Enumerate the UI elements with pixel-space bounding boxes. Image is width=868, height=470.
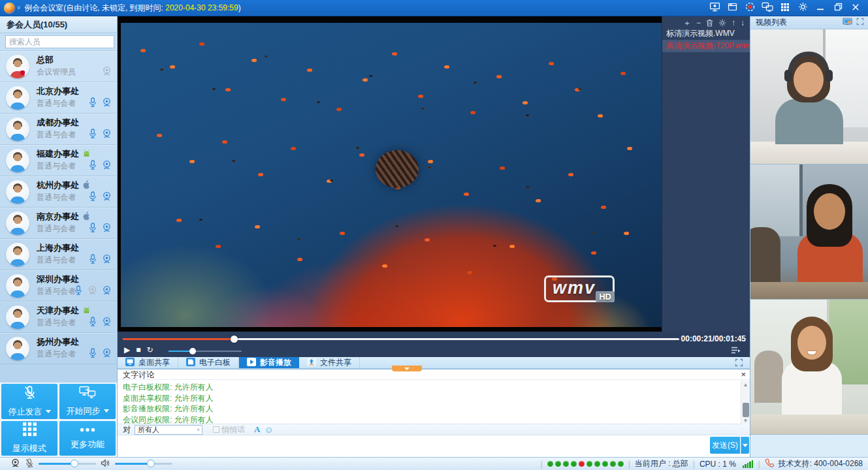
scrollbar-thumb[interactable] — [743, 403, 749, 417]
video-thumbnail-1[interactable] — [750, 29, 868, 164]
webcam-icon[interactable] — [102, 129, 112, 141]
playlist-item[interactable]: 高清演示视频-720P.wmv 删除 — [662, 40, 750, 52]
mic-icon[interactable] — [88, 129, 97, 141]
participant-row[interactable]: 成都办事处 普通与会者 — [0, 114, 117, 145]
window-button[interactable] — [726, 3, 738, 13]
webcam-icon[interactable] — [102, 97, 112, 110]
settings-button[interactable] — [797, 3, 809, 13]
move-up-icon[interactable]: ↑ — [731, 19, 735, 27]
tab-3[interactable]: 文件共享 — [299, 357, 360, 368]
volume-handle[interactable] — [189, 348, 196, 354]
whiteboard-icon — [186, 358, 195, 368]
replay-button[interactable]: ↻ — [146, 345, 153, 354]
video-thumbnail-2[interactable] — [750, 164, 868, 300]
keypad-button[interactable] — [779, 3, 791, 13]
webcam-off-icon[interactable] — [102, 66, 112, 78]
emoji-button[interactable]: ☺ — [264, 425, 273, 434]
move-down-icon[interactable]: ↓ — [741, 19, 745, 27]
tab-1[interactable]: 电子白板 — [178, 357, 239, 368]
webcam-icon[interactable] — [102, 285, 112, 298]
mic-icon[interactable] — [88, 97, 97, 110]
webcam-icon[interactable] — [102, 191, 112, 204]
tab-0[interactable]: 桌面共享 — [118, 357, 178, 368]
status-dot-green — [594, 461, 600, 467]
apple-icon — [82, 211, 91, 223]
record-button[interactable] — [744, 3, 756, 13]
gear-icon[interactable] — [718, 19, 726, 27]
tab-label: 文件共享 — [320, 357, 351, 368]
mic-icon[interactable] — [88, 317, 97, 329]
webcam-icon[interactable] — [102, 348, 112, 360]
participant-row[interactable]: 天津办事处 普通与会者 — [0, 302, 117, 333]
screen-share-button[interactable] — [709, 3, 720, 13]
mic-icon[interactable] — [88, 254, 97, 266]
webcam-icon[interactable] — [102, 160, 112, 172]
mic-volume-handle[interactable] — [71, 460, 78, 467]
action-button-0[interactable]: 停止发言 — [1, 384, 57, 419]
checkbox-icon[interactable] — [213, 426, 219, 433]
mic-icon[interactable] — [88, 191, 97, 204]
volume-slider[interactable] — [169, 351, 242, 352]
tab-2[interactable]: 影音播放 — [239, 357, 299, 368]
speaker-volume-handle[interactable] — [147, 460, 155, 467]
send-button[interactable]: 发送(S) — [710, 437, 740, 454]
progress-bar[interactable] — [123, 338, 679, 340]
logo-chevron-down-icon[interactable]: ˅ — [17, 5, 20, 11]
network-button[interactable] — [762, 3, 773, 13]
participant-row[interactable]: 总部 会议管理员 — [0, 51, 117, 82]
collapse-chat-handle[interactable] — [392, 366, 422, 371]
participant-row[interactable]: 福建办事处 普通与会者 — [0, 145, 117, 176]
mic-icon[interactable] — [88, 348, 97, 360]
mic-muted-icon[interactable] — [25, 458, 34, 470]
participant-row[interactable]: 南京办事处 普通与会者 — [0, 208, 117, 239]
speaker-icon[interactable] — [101, 459, 110, 469]
mic-icon[interactable] — [74, 285, 83, 298]
participant-row[interactable]: 深圳办事处 普通与会者 — [0, 270, 117, 302]
mic-volume-slider[interactable] — [39, 463, 96, 465]
recipient-select[interactable]: 所有人 ˅ — [135, 425, 202, 435]
minimize-button[interactable] — [814, 3, 826, 13]
playlist-item[interactable]: 标清演示视频.WMV — [662, 27, 750, 40]
playlist-remove-icon[interactable]: − — [696, 19, 701, 27]
whisper-checkbox[interactable]: 悄悄话 — [213, 424, 245, 435]
current-user-label: 当前用户 : 总部 — [635, 458, 688, 469]
search-input[interactable] — [5, 35, 114, 48]
webcam-icon[interactable] — [102, 317, 112, 329]
mic-icon[interactable] — [88, 223, 97, 235]
action-button-2[interactable]: 显示模式 — [1, 421, 57, 456]
progress-handle[interactable] — [231, 336, 238, 343]
webcam-icon[interactable] — [102, 254, 112, 266]
playlist-add-icon[interactable]: ＋ — [683, 19, 691, 27]
participant-row[interactable]: 北京办事处 普通与会者 — [0, 82, 117, 114]
font-button[interactable]: A — [254, 424, 260, 435]
scroll-down-icon[interactable]: ▼ — [741, 416, 750, 424]
chat-input-area[interactable]: 发送(S) — [118, 435, 750, 456]
action-button-3[interactable]: 更多功能 — [59, 421, 116, 456]
participant-row[interactable]: 杭州办事处 普通与会者 — [0, 176, 117, 208]
titlebar: ˅ 例会会议室(自由讨论, 未锁定, 到期时间: 2020-04-30 23:5… — [0, 0, 868, 16]
trash-icon[interactable] — [706, 19, 713, 27]
maximize-button[interactable] — [832, 3, 844, 13]
chat-scrollbar[interactable]: ▲ ▼ — [741, 381, 750, 424]
play-button[interactable]: ▶ — [124, 345, 130, 354]
close-icon[interactable]: × — [741, 371, 746, 379]
webcam-off-icon[interactable] — [88, 285, 97, 298]
fullscreen-icon[interactable] — [735, 358, 743, 367]
send-options-button[interactable] — [741, 437, 749, 454]
participant-row[interactable]: 扬州办事处 普通与会者 — [0, 333, 117, 364]
speaker-volume-slider[interactable] — [115, 463, 172, 465]
playlist-toggle-icon[interactable] — [731, 347, 741, 354]
video-frame[interactable]: wmvHD — [121, 23, 662, 327]
monitor-icon[interactable] — [843, 18, 852, 28]
action-button-1[interactable]: 开始同步 — [59, 384, 116, 419]
stop-button[interactable]: ■ — [136, 345, 140, 354]
avatar — [6, 55, 29, 78]
webcam-icon[interactable] — [10, 458, 20, 470]
close-button[interactable] — [850, 3, 861, 13]
participant-row[interactable]: 上海办事处 普通与会者 — [0, 239, 117, 270]
video-thumbnail-3[interactable] — [750, 300, 868, 435]
expand-icon[interactable] — [856, 18, 864, 27]
scroll-up-icon[interactable]: ▲ — [741, 381, 750, 388]
webcam-icon[interactable] — [102, 223, 112, 235]
mic-icon[interactable] — [88, 160, 97, 172]
